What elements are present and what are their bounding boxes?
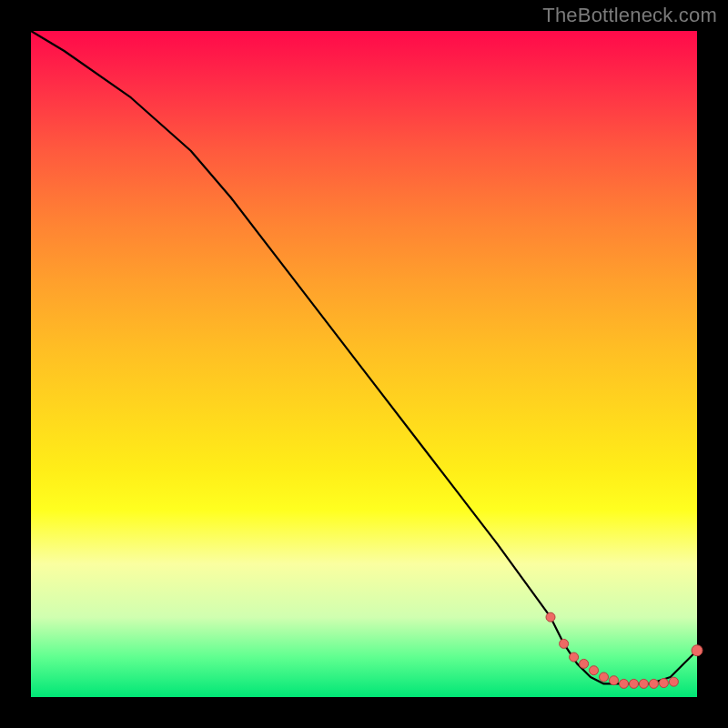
data-point	[692, 645, 703, 656]
bottleneck-curve	[31, 31, 697, 683]
data-point	[580, 659, 589, 668]
data-point	[669, 677, 678, 686]
data-point	[590, 666, 599, 675]
data-point	[630, 679, 639, 688]
data-point	[639, 679, 648, 688]
data-point	[570, 652, 579, 662]
data-point	[649, 679, 658, 688]
data-point	[620, 679, 629, 688]
data-point	[600, 672, 609, 682]
chart-frame: TheBottleneck.com	[0, 0, 728, 728]
data-point	[546, 612, 555, 622]
data-point	[659, 679, 668, 688]
data-point	[610, 676, 619, 685]
watermark-text: TheBottleneck.com	[542, 4, 717, 27]
chart-overlay	[31, 31, 697, 697]
data-point	[560, 639, 569, 648]
